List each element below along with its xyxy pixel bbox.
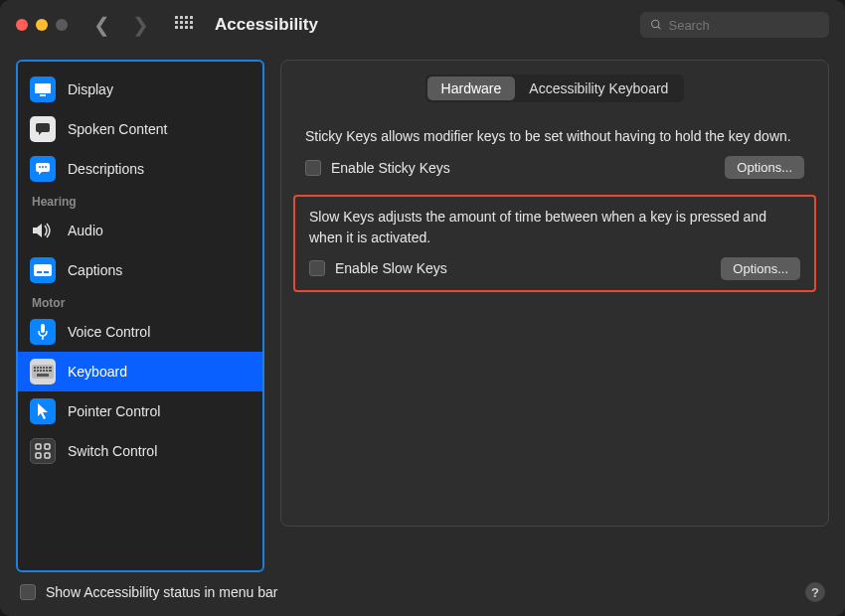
svg-rect-25 [37, 370, 39, 372]
sidebar-item-label: Display [68, 81, 113, 97]
svg-rect-32 [36, 444, 41, 449]
slow-keys-section: Slow Keys adjusts the amount of time bet… [293, 195, 816, 292]
svg-rect-26 [40, 370, 42, 372]
traffic-lights [16, 19, 68, 31]
sticky-keys-label: Enable Sticky Keys [331, 160, 450, 176]
svg-rect-34 [36, 453, 41, 458]
speech-bubble-icon [30, 116, 56, 142]
sidebar-item-label: Captions [68, 262, 122, 278]
svg-point-0 [652, 20, 659, 27]
svg-rect-33 [45, 444, 50, 449]
tab-bar: Hardware Accessibility Keyboard [281, 75, 828, 102]
svg-rect-4 [36, 123, 50, 132]
svg-rect-19 [37, 367, 39, 369]
back-button[interactable]: ❮ [93, 13, 110, 37]
svg-point-9 [42, 166, 44, 168]
window-title: Accessibility [215, 15, 632, 35]
sidebar-item-voice-control[interactable]: Voice Control [18, 312, 262, 352]
display-icon [30, 77, 56, 102]
svg-rect-15 [41, 324, 45, 333]
keyboard-icon [30, 359, 56, 385]
captions-icon [30, 257, 56, 283]
svg-rect-3 [40, 94, 46, 96]
svg-rect-18 [34, 367, 36, 369]
svg-line-1 [658, 27, 661, 30]
footer: Show Accessibility status in menu bar ? [0, 572, 845, 616]
search-field[interactable] [640, 12, 829, 38]
sticky-keys-section: Sticky Keys allows modifier keys to be s… [281, 118, 828, 191]
svg-rect-13 [37, 271, 42, 273]
close-window-icon[interactable] [16, 19, 28, 31]
svg-rect-29 [49, 370, 52, 372]
svg-marker-11 [33, 224, 42, 237]
slow-keys-options-button[interactable]: Options... [721, 257, 800, 280]
svg-rect-27 [43, 370, 45, 372]
svg-marker-31 [38, 403, 48, 419]
sidebar-item-label: Voice Control [68, 324, 150, 340]
switch-control-icon [30, 438, 56, 464]
svg-rect-22 [46, 367, 48, 369]
sidebar-item-label: Switch Control [68, 443, 157, 459]
settings-panel: Hardware Accessibility Keyboard Sticky K… [280, 60, 829, 527]
speaker-icon [30, 218, 56, 243]
sidebar-item-display[interactable]: Display [18, 70, 262, 109]
sidebar-item-keyboard[interactable]: Keyboard [18, 352, 262, 391]
sidebar-item-pointer-control[interactable]: Pointer Control [18, 391, 262, 431]
slow-keys-row: Enable Slow Keys Options... [309, 257, 800, 280]
svg-point-10 [45, 166, 47, 168]
menu-bar-status-label: Show Accessibility status in menu bar [46, 584, 277, 600]
svg-rect-12 [34, 264, 52, 276]
sidebar: Display Spoken Content Descriptions Hear… [16, 60, 264, 572]
titlebar: ❮ ❯ Accessibility [0, 0, 845, 50]
svg-rect-30 [37, 374, 49, 377]
search-input[interactable] [668, 18, 819, 33]
sticky-keys-row: Enable Sticky Keys Options... [305, 156, 804, 179]
tab-accessibility-keyboard[interactable]: Accessibility Keyboard [515, 77, 682, 100]
slow-keys-checkbox[interactable] [309, 260, 325, 276]
tab-segmented: Hardware Accessibility Keyboard [425, 75, 685, 102]
sidebar-item-label: Spoken Content [68, 121, 167, 137]
sidebar-item-label: Pointer Control [68, 403, 160, 419]
content-area: Display Spoken Content Descriptions Hear… [0, 50, 845, 572]
svg-rect-2 [35, 83, 51, 93]
sticky-keys-options-button[interactable]: Options... [725, 156, 804, 179]
sticky-keys-checkbox[interactable] [305, 160, 321, 176]
main-panel: Hardware Accessibility Keyboard Sticky K… [280, 60, 829, 572]
sidebar-item-label: Keyboard [68, 364, 127, 380]
sidebar-item-audio[interactable]: Audio [18, 211, 262, 250]
preferences-window: ❮ ❯ Accessibility Display [0, 0, 845, 616]
search-icon [650, 18, 662, 32]
sidebar-item-label: Audio [68, 223, 103, 238]
svg-rect-20 [40, 367, 42, 369]
sidebar-item-descriptions[interactable]: Descriptions [18, 149, 262, 189]
sidebar-item-switch-control[interactable]: Switch Control [18, 431, 262, 471]
svg-rect-14 [44, 271, 49, 273]
slow-keys-label: Enable Slow Keys [335, 260, 447, 276]
zoom-window-icon[interactable] [56, 19, 68, 31]
svg-rect-28 [46, 370, 48, 372]
sidebar-section-motor: Motor [18, 290, 262, 312]
nav-arrows: ❮ ❯ [93, 13, 149, 37]
pointer-icon [30, 398, 56, 424]
svg-rect-35 [45, 453, 50, 458]
sidebar-item-label: Descriptions [68, 161, 144, 177]
slow-keys-description: Slow Keys adjusts the amount of time bet… [309, 207, 800, 247]
forward-button[interactable]: ❯ [132, 13, 149, 37]
minimize-window-icon[interactable] [36, 19, 48, 31]
microphone-icon [30, 319, 56, 345]
sidebar-item-spoken-content[interactable]: Spoken Content [18, 109, 262, 149]
menu-bar-status-checkbox[interactable] [20, 584, 36, 600]
svg-rect-23 [49, 367, 52, 369]
sidebar-section-hearing: Hearing [18, 189, 262, 211]
show-all-icon[interactable] [175, 16, 193, 34]
svg-rect-24 [34, 370, 36, 372]
descriptions-icon [30, 156, 56, 182]
sidebar-item-captions[interactable]: Captions [18, 250, 262, 290]
tab-hardware[interactable]: Hardware [427, 77, 516, 100]
svg-point-8 [39, 166, 41, 168]
help-button[interactable]: ? [805, 582, 825, 602]
sticky-keys-description: Sticky Keys allows modifier keys to be s… [305, 126, 804, 146]
svg-rect-21 [43, 367, 45, 369]
